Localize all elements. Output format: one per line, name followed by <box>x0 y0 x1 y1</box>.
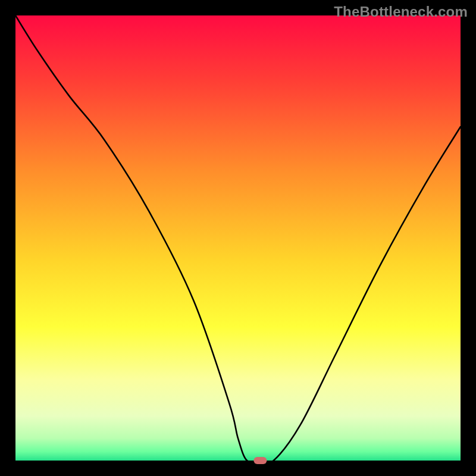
chart-frame: TheBottleneck.com <box>0 0 476 476</box>
bottleneck-plot <box>0 0 476 476</box>
plot-background <box>15 15 461 461</box>
watermark-label: TheBottleneck.com <box>334 4 468 20</box>
minimum-marker <box>253 457 267 464</box>
